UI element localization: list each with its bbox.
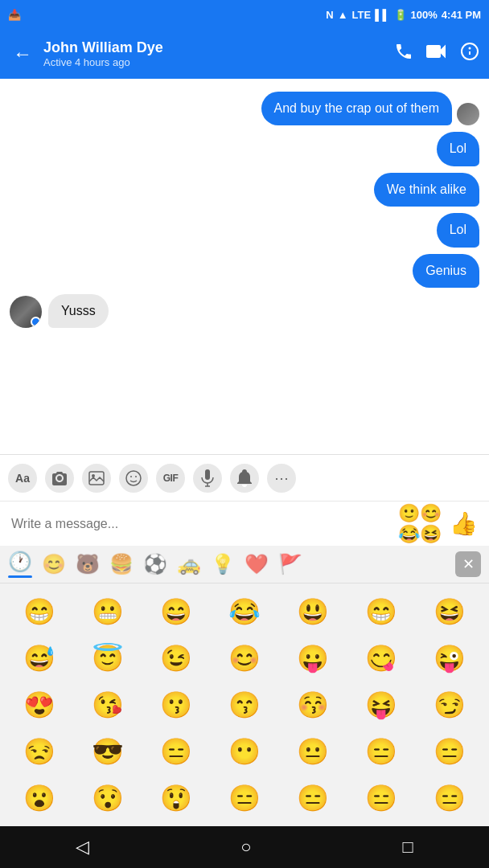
emoji-cell[interactable]: 😑 [281, 776, 346, 820]
svg-rect-8 [205, 469, 210, 480]
signal-bars: ▌▌ [375, 9, 389, 21]
back-nav-button[interactable]: ◁ [60, 832, 105, 862]
close-emoji-button[interactable]: ✕ [455, 551, 481, 577]
contact-info: John William Dye Active 4 hours ago [43, 39, 386, 68]
emoji-cell[interactable]: 😉 [143, 637, 208, 680]
message-row: Lol [10, 132, 479, 166]
info-button[interactable] [460, 42, 479, 66]
emoji-cell[interactable]: 😘 [75, 683, 140, 727]
message-row: Genius [10, 254, 479, 288]
emoji-cell[interactable]: 😗 [143, 683, 208, 727]
message-bubble: And buy the crap out of them [261, 92, 452, 125]
animal-category[interactable]: 🐻 [76, 553, 100, 575]
notification-button[interactable] [230, 464, 259, 493]
emoji-grid: 😁 😬 😄 😂 😃 😁 😆 😅 😇 😉 😊 😛 😋 😜 😍 😘 😗 😙 😚 😝 … [0, 583, 489, 826]
emoji-cell[interactable]: 😑 [349, 776, 414, 820]
emoji-cell[interactable]: 😆 [417, 590, 483, 633]
battery-icon: 🔋 [394, 9, 407, 21]
notification-icon: N [326, 9, 333, 21]
message-input-row: 🙂😊😂😆 👍 [0, 501, 489, 546]
emoji-cell[interactable]: 😶 [212, 730, 277, 773]
objects-category[interactable]: 💡 [211, 553, 235, 575]
message-row: We think alike [10, 173, 479, 207]
lte-label: LTE [352, 9, 372, 21]
emoji-cell[interactable]: 😮 [6, 776, 72, 820]
travel-category[interactable]: 🚕 [177, 553, 201, 575]
contact-name: John William Dye [43, 39, 386, 56]
status-bar: 📥 N ▲ LTE ▌▌ 🔋 100% 4:41 PM [0, 0, 489, 29]
emoji-cell[interactable]: 😑 [212, 776, 277, 820]
online-badge [31, 317, 41, 327]
emoji-cell[interactable]: 😏 [417, 683, 483, 727]
thumbs-up-button[interactable]: 👍 [450, 510, 478, 537]
chat-header: ← John William Dye Active 4 hours ago [0, 29, 489, 79]
emoji-cell[interactable]: 😂 [212, 590, 277, 633]
flags-category[interactable]: 🚩 [278, 553, 302, 575]
message-row: And buy the crap out of them [10, 92, 479, 125]
call-button[interactable] [394, 42, 413, 66]
camera-button[interactable] [45, 464, 74, 493]
home-nav-button[interactable]: ○ [224, 832, 267, 862]
recent-nav-button[interactable]: □ [387, 832, 429, 862]
emoji-cell[interactable]: 😑 [417, 730, 483, 773]
emoji-cell[interactable]: 😋 [349, 637, 414, 680]
message-row-incoming: Yusss [10, 294, 479, 328]
emoji-cell[interactable]: 😁 [349, 590, 414, 633]
emoji-cell[interactable]: 😁 [6, 590, 72, 633]
emoji-cell[interactable]: 😐 [281, 730, 346, 773]
emoji-cell[interactable]: 😯 [75, 776, 140, 820]
message-bubble: Lol [437, 132, 479, 166]
status-bar-right: N ▲ LTE ▌▌ 🔋 100% 4:41 PM [326, 9, 481, 21]
svg-rect-3 [89, 472, 104, 485]
status-bar-left: 📥 [8, 9, 21, 21]
contact-avatar [10, 296, 42, 328]
food-category[interactable]: 🍔 [109, 553, 134, 575]
emoji-cell[interactable]: 😅 [6, 637, 72, 680]
emoji-grid-icon[interactable]: 🙂😊😂😆 [398, 503, 442, 545]
recent-category[interactable]: 🕐 [8, 551, 32, 578]
emoji-cell[interactable]: 😄 [143, 590, 208, 633]
header-actions [394, 42, 479, 66]
emoji-cell[interactable]: 😬 [75, 590, 140, 633]
smiley-category[interactable]: 😊 [42, 553, 66, 575]
svg-point-7 [135, 476, 137, 477]
sender-avatar-small [457, 103, 479, 125]
back-button[interactable]: ← [10, 39, 35, 68]
emoji-cell[interactable]: 😃 [281, 590, 346, 633]
recent-icon[interactable]: 🕐 [8, 551, 32, 573]
activity-category[interactable]: ⚽ [143, 553, 167, 575]
emoji-cell[interactable]: 😑 [417, 776, 483, 820]
emoji-picker: 🕐 😊 🐻 🍔 ⚽ 🚕 💡 ❤️ 🚩 ✕ 😁 😬 😄 😂 😃 😁 😆 😅 😇 😉… [0, 546, 489, 826]
emoji-cell[interactable]: 😲 [143, 776, 208, 820]
emoji-cell[interactable]: 😊 [212, 637, 277, 680]
contact-status: Active 4 hours ago [43, 56, 386, 68]
message-bubble: Genius [413, 254, 479, 288]
message-row: Lol [10, 213, 479, 247]
emoji-cell[interactable]: 😝 [349, 683, 414, 727]
download-icon: 📥 [8, 9, 21, 21]
emoji-cell[interactable]: 😚 [281, 683, 346, 727]
more-button[interactable]: ⋯ [267, 464, 296, 493]
emoji-cell[interactable]: 😎 [75, 730, 140, 773]
message-input[interactable] [11, 517, 390, 531]
emoji-cell[interactable]: 😒 [6, 730, 72, 773]
symbols-category[interactable]: ❤️ [244, 553, 269, 575]
image-button[interactable] [82, 464, 111, 493]
emoji-cell[interactable]: 😑 [349, 730, 414, 773]
gif-button[interactable]: GIF [156, 464, 185, 493]
emoji-cell[interactable]: 😍 [6, 683, 72, 727]
svg-point-6 [130, 476, 132, 477]
emoji-cell[interactable]: 😛 [281, 637, 346, 680]
mic-button[interactable] [193, 464, 222, 493]
smiley-button[interactable] [119, 464, 148, 493]
time-display: 4:41 PM [442, 9, 481, 21]
emoji-cell[interactable]: 😜 [417, 637, 483, 680]
emoji-cell[interactable]: 😇 [75, 637, 140, 680]
emoji-cell[interactable]: 😙 [212, 683, 277, 727]
toolbar: Aa GIF ⋯ [0, 454, 489, 501]
svg-point-5 [126, 471, 141, 485]
emoji-cell[interactable]: 😑 [143, 730, 208, 773]
message-bubble: We think alike [374, 173, 479, 207]
text-mode-button[interactable]: Aa [8, 464, 37, 493]
video-call-button[interactable] [426, 42, 447, 66]
